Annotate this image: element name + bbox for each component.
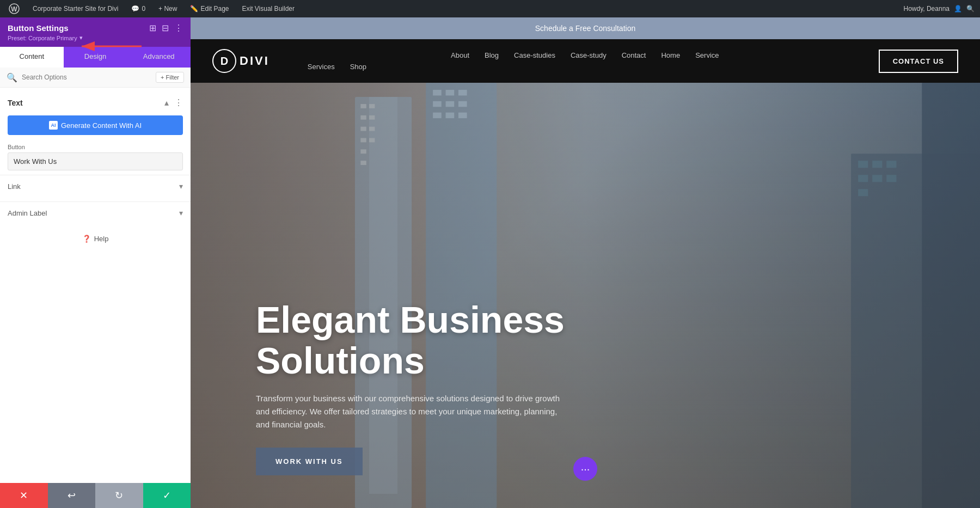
button-text-input[interactable] (8, 152, 183, 170)
nav-links-top: About Blog Case-studies Case-study Conta… (291, 51, 879, 63)
nav-blog[interactable]: Blog (485, 51, 499, 59)
preview-panel: Schedule a Free Consultation D DIVI Abou… (191, 17, 980, 508)
floating-menu-button[interactable]: ··· (573, 457, 597, 481)
ai-icon: AI (49, 121, 58, 130)
button-field-label: Button (0, 139, 191, 152)
howdy-label: Howdy, Deanna (904, 5, 950, 13)
svg-rect-31 (872, 175, 882, 182)
site-navigation: D DIVI About Blog Case-studies Case-stud… (191, 39, 980, 83)
text-section: Text ▴ ⋮ AI Generate Content With AI But… (0, 94, 191, 170)
generate-content-button[interactable]: AI Generate Content With AI (8, 115, 183, 135)
panel-icon-more[interactable]: ⋮ (174, 23, 183, 33)
ellipsis-icon: ⋮ (174, 97, 183, 108)
svg-rect-29 (886, 161, 896, 168)
svg-rect-24 (446, 113, 455, 118)
new-item[interactable]: + New (155, 0, 180, 17)
chevron-up-icon: ▴ (164, 97, 169, 108)
panel-header-icons: ⊞ ⊟ ⋮ (149, 23, 183, 33)
text-section-header[interactable]: Text ▴ ⋮ (0, 94, 191, 111)
svg-rect-21 (446, 101, 455, 107)
nav-service[interactable]: Service (695, 51, 719, 59)
tab-content[interactable]: Content (0, 47, 64, 68)
admin-label-title: Admin Label (8, 209, 47, 217)
panel-header-top: Button Settings ⊞ ⊟ ⋮ (8, 23, 183, 33)
undo-button[interactable]: ↩ (48, 483, 96, 508)
search-bar: 🔍 + Filter (0, 68, 191, 88)
svg-rect-34 (922, 83, 980, 508)
exit-builder-item[interactable]: Exit Visual Builder (238, 0, 298, 17)
left-panel: Button Settings ⊞ ⊟ ⋮ Preset: Corporate … (0, 17, 191, 508)
svg-rect-18 (446, 90, 455, 95)
hero-title: Elegant Business Solutions (256, 299, 637, 381)
svg-rect-22 (458, 101, 467, 107)
nav-case-studies[interactable]: Case-studies (514, 51, 555, 59)
admin-label-header[interactable]: Admin Label ▾ (0, 202, 191, 224)
cancel-button[interactable]: ✕ (0, 483, 48, 508)
hero-section: Elegant Business Solutions Transform you… (191, 83, 980, 508)
svg-rect-25 (458, 113, 467, 118)
panel-content: Text ▴ ⋮ AI Generate Content With AI But… (0, 88, 191, 483)
filter-button[interactable]: + Filter (156, 72, 184, 83)
panel-icon-copy[interactable]: ⊞ (149, 23, 156, 33)
chevron-down-icon: ▾ (179, 209, 183, 217)
chevron-down-icon: ▾ (179, 182, 183, 191)
red-arrow-annotation (71, 33, 147, 62)
text-section-title: Text (8, 99, 23, 107)
panel-title: Button Settings (8, 23, 69, 33)
nav-about[interactable]: About (451, 51, 469, 59)
main-wrapper: Button Settings ⊞ ⊟ ⋮ Preset: Corporate … (0, 0, 980, 508)
search-input[interactable] (22, 74, 151, 81)
hero-cta-button[interactable]: WORK WITH US (256, 448, 363, 475)
nav-links: About Blog Case-studies Case-study Conta… (291, 51, 879, 71)
nav-services[interactable]: Services (308, 63, 335, 71)
panel-icon-columns[interactable]: ⊟ (162, 23, 169, 33)
save-button[interactable]: ✓ (143, 483, 191, 508)
hero-content: Elegant Business Solutions Transform you… (256, 299, 637, 475)
contact-us-button[interactable]: CONTACT US (879, 50, 958, 73)
website-preview: Schedule a Free Consultation D DIVI Abou… (191, 17, 980, 508)
text-section-icons: ▴ ⋮ (164, 97, 183, 108)
nav-shop[interactable]: Shop (350, 63, 366, 71)
redo-button[interactable]: ↻ (95, 483, 143, 508)
announcement-bar: Schedule a Free Consultation (191, 17, 980, 39)
nav-links-bottom: Services Shop (291, 63, 879, 71)
hero-subtitle: Transform your business with our compreh… (256, 392, 572, 431)
nav-case-study[interactable]: Case-study (571, 51, 607, 59)
admin-label-section: Admin Label ▾ (0, 201, 191, 224)
admin-bar-right: Howdy, Deanna 👤 🔍 (904, 5, 975, 13)
search-icon[interactable]: 🔍 (966, 5, 975, 13)
svg-rect-17 (433, 90, 442, 95)
wp-logo-item[interactable]: W (5, 0, 23, 17)
panel-footer: ✕ ↩ ↻ ✓ (0, 483, 191, 508)
link-section-header[interactable]: Link ▾ (0, 175, 191, 197)
svg-rect-33 (858, 189, 868, 196)
svg-rect-32 (886, 175, 896, 182)
logo-text: DIVI (240, 54, 270, 68)
svg-rect-28 (872, 161, 882, 168)
link-section: Link ▾ (0, 175, 191, 197)
nav-home[interactable]: Home (661, 51, 680, 59)
help-icon: ❓ (82, 235, 91, 243)
nav-contact[interactable]: Contact (622, 51, 646, 59)
logo-circle: D (212, 49, 236, 73)
edit-page-item[interactable]: ✏️ Edit Page (187, 0, 232, 17)
avatar: 👤 (954, 5, 962, 13)
svg-rect-30 (858, 175, 868, 182)
svg-text:W: W (11, 5, 17, 13)
search-icon: 🔍 (7, 72, 17, 83)
svg-rect-27 (858, 161, 868, 168)
comments-item[interactable]: 💬 0 (128, 0, 149, 17)
site-logo[interactable]: D DIVI (212, 49, 270, 73)
svg-rect-20 (433, 101, 442, 107)
wp-admin-bar: W Corporate Starter Site for Divi 💬 0 + … (0, 0, 980, 17)
site-name-item[interactable]: Corporate Starter Site for Divi (29, 0, 121, 17)
svg-rect-23 (433, 113, 442, 118)
help-button[interactable]: ❓ Help (0, 224, 191, 254)
link-section-title: Link (8, 182, 21, 191)
svg-rect-19 (458, 90, 467, 95)
